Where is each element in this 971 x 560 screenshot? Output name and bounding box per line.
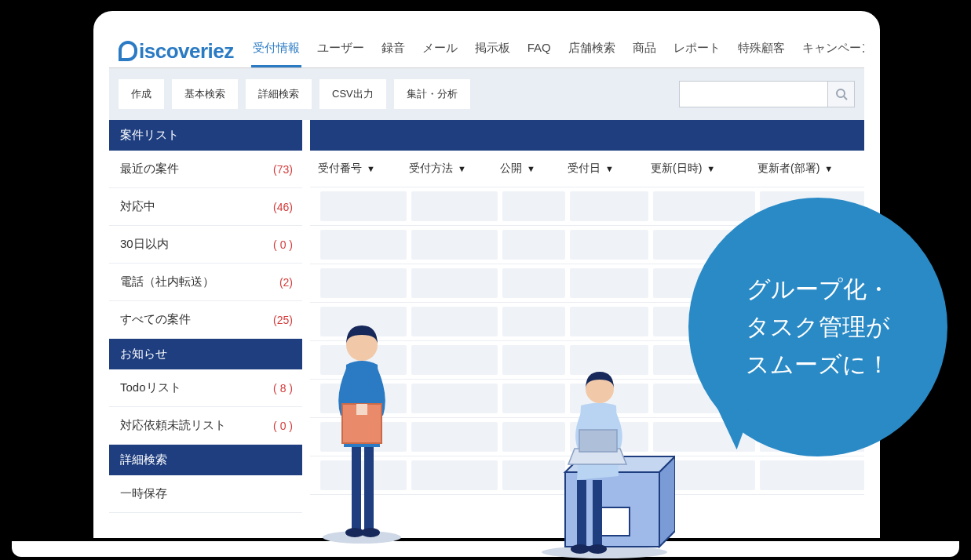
svg-rect-15	[577, 480, 586, 547]
svg-point-18	[588, 544, 607, 554]
create-button[interactable]: 作成	[119, 79, 164, 109]
sort-desc-icon: ▼	[706, 164, 715, 173]
svg-rect-20	[579, 430, 617, 452]
col-public[interactable]: 公開 ▼	[500, 162, 563, 176]
logo-d-icon	[119, 41, 137, 61]
sidebar-item-label: Todoリスト	[120, 380, 181, 395]
svg-line-1	[844, 96, 847, 100]
nav-tab-report[interactable]: レポート	[672, 33, 722, 67]
sidebar-item-label: 30日以内	[120, 237, 169, 252]
sidebar-item-draft[interactable]: 一時保存	[109, 475, 302, 513]
search-icon	[835, 88, 848, 100]
sidebar-item-label: 一時保存	[120, 486, 167, 501]
sidebar-item-label: 電話（社内転送）	[120, 275, 214, 289]
sidebar-item-all[interactable]: すべての案件 (25)	[109, 301, 302, 339]
nav-tab-reception[interactable]: 受付情報	[251, 33, 301, 67]
sidebar-header-notice: お知らせ	[109, 339, 302, 369]
sidebar-item-recent[interactable]: 最近の案件 (73)	[109, 151, 302, 188]
sidebar-item-label: すべての案件	[120, 312, 191, 327]
sidebar-item-label: 対応中	[120, 199, 155, 214]
content-header-bar	[310, 120, 864, 151]
svg-rect-8	[356, 404, 367, 415]
nav-tab-board[interactable]: 掲示板	[473, 33, 512, 67]
sidebar-item-count: ( 8 )	[273, 382, 293, 395]
svg-rect-4	[364, 443, 374, 529]
nav-tab-user[interactable]: ユーザー	[316, 33, 366, 67]
sidebar-header-detail-search: 詳細検索	[109, 445, 302, 475]
sort-desc-icon: ▼	[824, 164, 833, 173]
svg-rect-16	[593, 480, 602, 547]
search-wrap	[679, 81, 855, 107]
sidebar-item-count: (73)	[273, 163, 293, 176]
svg-marker-14	[659, 456, 675, 547]
search-button[interactable]	[828, 81, 855, 107]
basic-search-button[interactable]: 基本検索	[172, 79, 238, 109]
sort-desc-icon: ▼	[605, 164, 614, 173]
sidebar-item-count: ( 0 )	[273, 238, 293, 251]
sort-desc-icon: ▼	[527, 164, 535, 173]
sidebar-item-count: (46)	[273, 201, 293, 213]
nav-tab-faq[interactable]: FAQ	[526, 33, 553, 67]
nav-tab-product[interactable]: 商品	[631, 33, 658, 67]
nav-tab-store-search[interactable]: 店舗検索	[567, 33, 617, 67]
sidebar-header-cases: 案件リスト	[109, 120, 302, 151]
sort-desc-icon: ▼	[458, 164, 466, 173]
laptop-base	[0, 538, 971, 560]
sort-desc-icon: ▼	[367, 164, 375, 173]
col-reception-date[interactable]: 受付日 ▼	[568, 162, 646, 176]
aggregate-button[interactable]: 集計・分析	[394, 79, 470, 109]
nav-tab-recording[interactable]: 録音	[380, 33, 407, 67]
sidebar-item-unread-requests[interactable]: 対応依頼未読リスト ( 0 )	[109, 407, 302, 445]
sidebar-item-30days[interactable]: 30日以内 ( 0 )	[109, 226, 302, 264]
search-input[interactable]	[679, 81, 828, 107]
sidebar-item-todo[interactable]: Todoリスト ( 8 )	[109, 369, 302, 407]
csv-export-button[interactable]: CSV出力	[319, 79, 386, 109]
nav-tab-mail[interactable]: メール	[421, 33, 459, 67]
nav-tab-special-customer[interactable]: 特殊顧客	[736, 33, 787, 67]
col-updated-by[interactable]: 更新者(部署) ▼	[757, 162, 864, 176]
sidebar-item-label: 対応依頼未読リスト	[120, 418, 226, 433]
header: iscoveriez 受付情報 ユーザー 録音 メール 掲示板 FAQ 店舗検索…	[109, 27, 864, 68]
nav-tab-campaign[interactable]: キャンペーン	[801, 33, 864, 67]
toolbar: 作成 基本検索 詳細検索 CSV出力 集計・分析	[109, 68, 864, 120]
sidebar-item-phone-transfer[interactable]: 電話（社内転送） (2)	[109, 264, 302, 301]
detail-search-button[interactable]: 詳細検索	[246, 79, 312, 109]
illustration-person-box	[319, 310, 405, 545]
brand-logo[interactable]: iscoveriez	[119, 38, 234, 64]
col-updated-at[interactable]: 更新(日時) ▼	[651, 162, 753, 176]
svg-point-6	[361, 528, 380, 537]
sidebar-item-label: 最近の案件	[120, 162, 179, 176]
column-headers: 受付番号 ▼ 受付方法 ▼ 公開 ▼ 受付日 ▼	[310, 151, 864, 187]
svg-rect-3	[352, 443, 361, 529]
sidebar: 案件リスト 最近の案件 (73) 対応中 (46) 30日以内 ( 0 ) 電話…	[109, 120, 302, 513]
nav-tabs: 受付情報 ユーザー 録音 メール 掲示板 FAQ 店舗検索 商品 レポート 特殊…	[251, 33, 864, 67]
brand-name: iscoveriez	[139, 39, 234, 64]
sidebar-item-count: (2)	[279, 276, 293, 289]
svg-point-0	[837, 89, 845, 97]
svg-point-17	[571, 544, 590, 554]
sidebar-item-inprogress[interactable]: 対応中 (46)	[109, 188, 302, 226]
promo-speech-bubble: グループ化・ タスク管理が スムーズに！	[688, 198, 947, 456]
sidebar-item-count: (25)	[273, 314, 293, 326]
col-reception-method[interactable]: 受付方法 ▼	[409, 162, 495, 176]
col-reception-no[interactable]: 受付番号 ▼	[318, 162, 404, 176]
sidebar-item-count: ( 0 )	[273, 420, 293, 432]
illustration-person-laptop	[534, 362, 675, 558]
